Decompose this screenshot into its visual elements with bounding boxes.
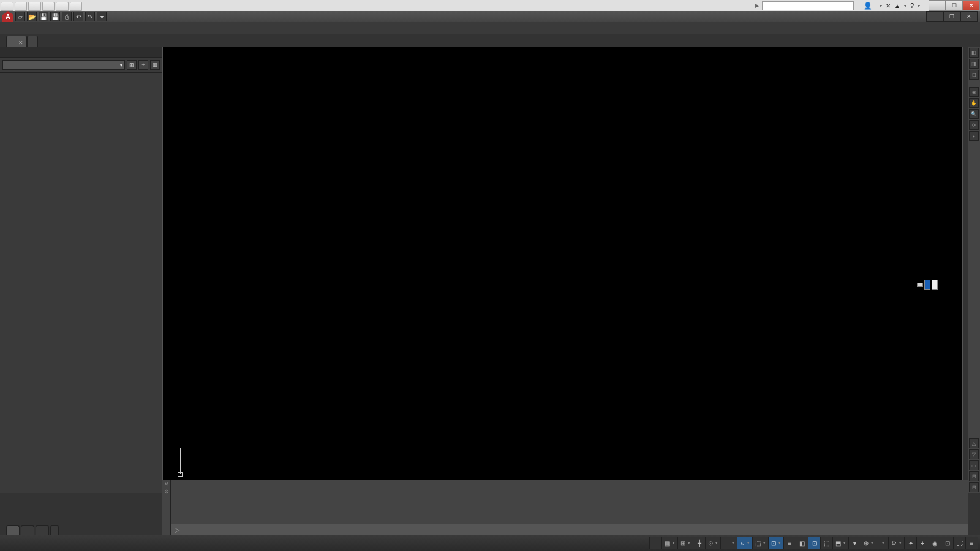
status-bar: ▦ ⊞ ╋ ⊙ ∟ ⊾ ⬚ ⊡ ≡ ◧ ⊡ ⬚ ⬒ ▾ ⊕ ⚙ ✦ + ◉ ⊡ … — [0, 535, 980, 551]
dyn-prompt — [917, 283, 923, 287]
layout-tabs — [0, 524, 162, 535]
undo-icon[interactable]: ↶ — [74, 12, 83, 21]
signin-icon[interactable]: 👤 — [864, 2, 872, 10]
gizmo-button[interactable]: ⊕ — [861, 537, 876, 549]
zoom-icon[interactable]: 🔍 — [969, 109, 979, 119]
cmd-prompt-icon: ▷ — [175, 526, 183, 534]
transparency-button[interactable]: ◧ — [796, 537, 808, 549]
doc-restore-button[interactable]: ❐ — [943, 11, 960, 22]
isolate-button[interactable]: ⊡ — [941, 537, 953, 549]
add-layout-button[interactable] — [50, 525, 59, 535]
selection-filter-button[interactable]: ▾ — [848, 537, 861, 549]
drawing-content — [163, 47, 962, 493]
window-title — [488, 2, 492, 9]
nav-icon[interactable]: △ — [969, 438, 979, 448]
model-space-button[interactable] — [649, 537, 662, 549]
dyn-value-1[interactable] — [924, 280, 930, 290]
navigation-bar: ◧ ◨ ⊡ ◉ ✋ 🔍 ⟳ ▸ △ ▽ ▭ ⊟ ⊞ — [968, 47, 980, 493]
drawing-canvas[interactable] — [162, 47, 963, 493]
menubar — [0, 22, 980, 34]
panel-title — [0, 47, 162, 58]
nav-icon[interactable]: ⊟ — [969, 471, 979, 481]
dynamic-input-button[interactable]: ⊙ — [705, 537, 720, 549]
layout-tab[interactable] — [21, 525, 34, 535]
signin-dropdown-icon[interactable]: ▾ — [880, 3, 882, 9]
infer-button[interactable]: ╋ — [693, 537, 705, 549]
gear-button[interactable]: ⚙ — [888, 537, 904, 549]
dyn-value-2[interactable] — [932, 280, 938, 290]
search-input[interactable] — [762, 1, 854, 10]
redo-icon[interactable]: ↷ — [85, 12, 95, 21]
orbit-icon[interactable]: ⟳ — [969, 120, 979, 130]
cmd-handle[interactable]: ✕⚙ — [162, 480, 171, 535]
browser-tab[interactable] — [28, 2, 41, 11]
exchange-dropdown-icon[interactable]: ▾ — [904, 3, 907, 9]
browser-tab[interactable] — [1, 2, 13, 11]
snap-button[interactable]: ⊞ — [677, 537, 693, 549]
anno-monitor-button[interactable]: + — [916, 537, 929, 549]
hardware-accel-button[interactable]: ◉ — [929, 537, 941, 549]
app-logo[interactable]: A — [2, 11, 13, 22]
doc-close-button[interactable]: ✕ — [960, 11, 978, 22]
layout-tab[interactable] — [36, 525, 49, 535]
browser-tab[interactable] — [70, 2, 83, 11]
nav-icon[interactable]: ▭ — [969, 460, 979, 470]
selection-cycling-button[interactable]: ⊡ — [808, 537, 820, 549]
pickadd-icon[interactable]: + — [138, 60, 148, 70]
browser-tab[interactable] — [56, 2, 69, 11]
steering-wheel-icon[interactable]: ◉ — [969, 87, 979, 97]
search-chevron-icon[interactable]: ▶ — [755, 2, 760, 9]
saveas-icon[interactable]: 💾 — [50, 12, 60, 21]
plot-icon[interactable]: ⎙ — [62, 12, 72, 21]
showmotion-icon[interactable]: ▸ — [969, 131, 979, 141]
autodesk-icon[interactable]: ▲ — [894, 2, 900, 9]
file-tabs: ✕ — [0, 34, 980, 47]
grid-button[interactable]: ▦ — [662, 537, 677, 549]
model-tab[interactable] — [6, 525, 20, 535]
nav-icon[interactable]: ◨ — [969, 59, 979, 69]
help-icon[interactable]: ? — [910, 2, 914, 9]
ortho-button[interactable]: ∟ — [720, 537, 737, 549]
isoplane-button[interactable]: ⬚ — [752, 537, 768, 549]
polar-button[interactable]: ⊾ — [737, 537, 752, 549]
selection-dropdown[interactable] — [2, 60, 125, 70]
command-input[interactable]: ▷ — [171, 524, 968, 535]
properties-panel: ⊞ + ▦ — [0, 47, 162, 493]
workspace-button[interactable]: ✦ — [904, 537, 916, 549]
dyn-ucs-button[interactable]: ⬒ — [832, 537, 848, 549]
help-dropdown-icon[interactable]: ▾ — [918, 3, 920, 9]
new-tab-button[interactable] — [27, 36, 38, 47]
3dosnap-button[interactable]: ⬚ — [820, 537, 832, 549]
exchange-icon[interactable]: ✕ — [886, 2, 891, 9]
osnap-button[interactable]: ⊡ — [768, 537, 783, 549]
quick-access-toolbar: A ▱ 📂 💾 💾 ⎙ ↶ ↷ ▾ ─ ❐ ✕ — [0, 11, 980, 22]
browser-tab[interactable] — [42, 2, 55, 11]
nav-icon[interactable]: ◧ — [969, 48, 979, 58]
dynamic-input[interactable] — [917, 280, 938, 290]
command-history — [171, 480, 968, 524]
minimize-button[interactable]: ─ — [929, 0, 946, 11]
new-icon[interactable]: ▱ — [15, 12, 25, 21]
command-line[interactable]: ✕⚙ ▷ — [162, 480, 968, 535]
doc-minimize-button[interactable]: ─ — [926, 11, 943, 22]
customize-button[interactable]: ≡ — [965, 537, 978, 549]
annotation-scale-button[interactable] — [876, 537, 888, 549]
qat-dropdown-icon[interactable]: ▾ — [97, 12, 107, 21]
save-icon[interactable]: 💾 — [39, 12, 48, 21]
close-button[interactable]: ✕ — [963, 0, 980, 11]
clean-screen-button[interactable]: ⛶ — [953, 537, 965, 549]
quick-select-icon[interactable]: ⊞ — [127, 60, 137, 70]
nav-icon[interactable]: ▽ — [969, 449, 979, 459]
nav-icon[interactable]: ⊞ — [969, 482, 979, 492]
lineweight-button[interactable]: ≡ — [783, 537, 796, 549]
maximize-button[interactable]: ☐ — [946, 0, 963, 11]
select-objects-icon[interactable]: ▦ — [150, 60, 160, 70]
file-tab[interactable]: ✕ — [6, 36, 27, 47]
pan-icon[interactable]: ✋ — [969, 98, 979, 108]
nav-icon[interactable]: ⊡ — [969, 70, 979, 80]
titlebar: ▶ 👤 ▾ ✕ ▲ ▾ ? ▾ ─ ☐ ✕ — [0, 0, 980, 11]
open-icon[interactable]: 📂 — [27, 12, 37, 21]
browser-tab[interactable] — [15, 2, 28, 11]
